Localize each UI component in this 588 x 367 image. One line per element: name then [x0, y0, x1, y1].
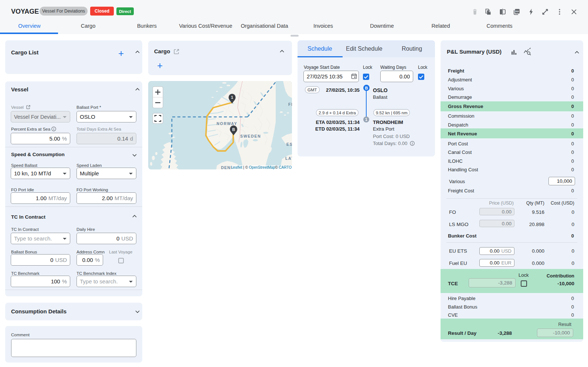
svg-text:1: 1: [231, 95, 233, 100]
svg-text:FI: FI: [288, 102, 292, 107]
svg-text:NORWAY: NORWAY: [217, 121, 237, 126]
svg-text:EST: EST: [286, 142, 292, 147]
svg-text:B: B: [232, 127, 235, 132]
svg-text:PDF: PDF: [515, 10, 519, 13]
svg-text:SWEDEN: SWEDEN: [240, 134, 261, 138]
svg-text:LAT: LAT: [285, 156, 292, 161]
svg-text:Leaflet | © OpenStreetMap© CAR: Leaflet | © OpenStreetMap© CARTO: [231, 165, 292, 169]
